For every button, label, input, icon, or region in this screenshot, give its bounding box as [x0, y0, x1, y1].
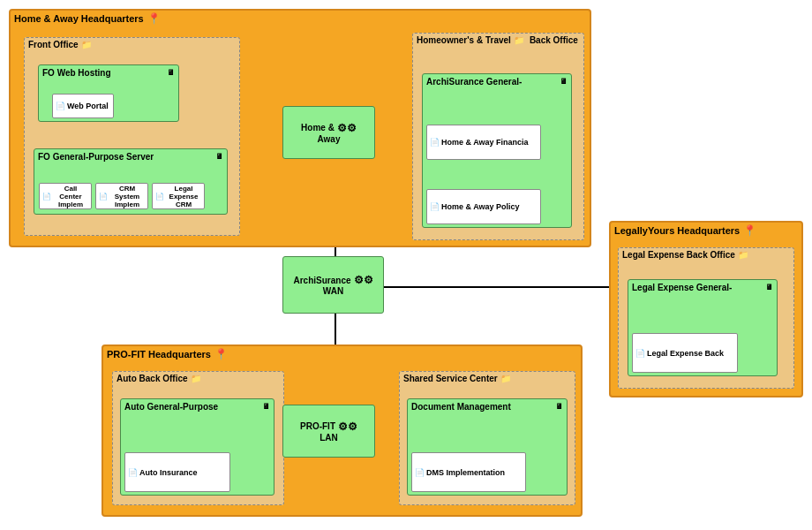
monitor-icon: 🖥	[167, 68, 175, 77]
homeowners-back-office: Homeowner's & Travel 📁 Back Office Archi…	[412, 33, 584, 240]
profit-lan: PRO-FIT ⚙⚙ LAN	[282, 405, 375, 458]
legal-expense-back-label: Legal Expense Back Office 📁	[619, 248, 793, 261]
doc-icon: 📄	[430, 202, 440, 211]
doc-icon: 📄	[99, 193, 108, 201]
cog-icon3: ⚙⚙	[338, 420, 357, 433]
legally-yours-label: LegallyYours Headquarters 📍	[611, 223, 801, 238]
shared-service-label: Shared Service Center 📁	[400, 372, 575, 385]
cog-icon2: ⚙⚙	[354, 274, 373, 286]
dms-artifact: 📄 DMS Implementation	[411, 452, 526, 492]
archisurance-wan: ArchiSurance ⚙⚙ WAN	[282, 256, 384, 314]
shared-service-center: Shared Service Center 📁 Document Managem…	[399, 371, 575, 505]
monitor-icon3: 🖥	[560, 77, 568, 87]
legal-expense-crm-artifact: 📄 Legal Expense CRM	[152, 183, 205, 209]
auto-insurance-artifact: 📄 Auto Insurance	[124, 452, 230, 492]
monitor-icon2: 🖥	[215, 152, 223, 162]
home-away-hq-label: Home & Away Headquarters 📍	[11, 11, 590, 26]
hq-title-text: Home & Away Headquarters	[14, 13, 144, 24]
legal-expense-general: Legal Expense General- 🖥 📄 Legal Expense…	[628, 279, 778, 376]
fo-web-hosting: FO Web Hosting 🖥 📄 Web Portal	[38, 64, 179, 122]
doc-icon: 📄	[155, 193, 164, 201]
monitor-icon6: 🖥	[555, 402, 563, 412]
legal-expense-back-office: Legal Expense Back Office 📁 Legal Expens…	[618, 247, 794, 389]
home-away-financia-artifact: 📄 Home & Away Financia	[426, 125, 541, 160]
pin-icon: 📍	[147, 12, 161, 25]
front-office-label: Front Office 📁	[25, 38, 239, 51]
doc-icon: 📄	[128, 468, 138, 477]
front-office-section: Front Office 📁 FO Web Hosting 🖥 📄 Web Po…	[24, 37, 240, 236]
homeowners-label: Homeowner's & Travel 📁 Back Office	[413, 34, 583, 47]
doc-icon: 📄	[42, 193, 51, 201]
folder-icon3: 📁	[191, 374, 201, 383]
archisurance-general: ArchiSurance General- 🖥 📄 Home & Away Fi…	[422, 73, 572, 228]
auto-back-label: Auto Back Office 📁	[113, 372, 283, 385]
folder-icon2: 📁	[738, 250, 748, 260]
pin-icon2: 📍	[743, 224, 756, 237]
pin-icon3: 📍	[214, 348, 228, 360]
legal-expense-back-artifact: 📄 Legal Expense Back	[632, 333, 738, 373]
monitor-icon4: 🖥	[765, 283, 773, 292]
fo-general-server: FO General-Purpose Server 🖥 📄 Call Cente…	[34, 148, 228, 215]
home-away-policy-artifact: 📄 Home & Away Policy	[426, 189, 541, 224]
doc-icon: 📄	[56, 102, 65, 110]
doc-icon: 📄	[415, 468, 425, 477]
auto-back-office: Auto Back Office 📁 Auto General-Purpose …	[112, 371, 284, 505]
crm-system-artifact: 📄 CRM System Implem	[95, 183, 148, 209]
home-away-wan: Home & ⚙⚙ Away	[282, 106, 375, 159]
cog-icon: ⚙⚙	[337, 122, 357, 134]
doc-icon: 📄	[635, 349, 645, 358]
call-center-artifact: 📄 Call Center Implem	[39, 183, 92, 209]
auto-general-purpose: Auto General-Purpose 🖥 📄 Auto Insurance	[120, 398, 274, 496]
profit-hq-label: PRO-FIT Headquarters 📍	[103, 346, 581, 362]
doc-icon: 📄	[430, 138, 440, 147]
document-management: Document Management 🖥 📄 DMS Implementati…	[407, 398, 568, 496]
folder-icon: 📁	[514, 35, 524, 45]
folder-icon: 📁	[81, 40, 92, 49]
folder-icon4: 📁	[500, 374, 511, 383]
legally-yours-hq: LegallyYours Headquarters 📍 Legal Expens…	[609, 221, 803, 398]
web-portal-artifact: 📄 Web Portal	[52, 94, 114, 118]
monitor-icon5: 🖥	[262, 402, 270, 412]
diagram-container: Home & Away Headquarters 📍 Front Office …	[0, 0, 812, 530]
